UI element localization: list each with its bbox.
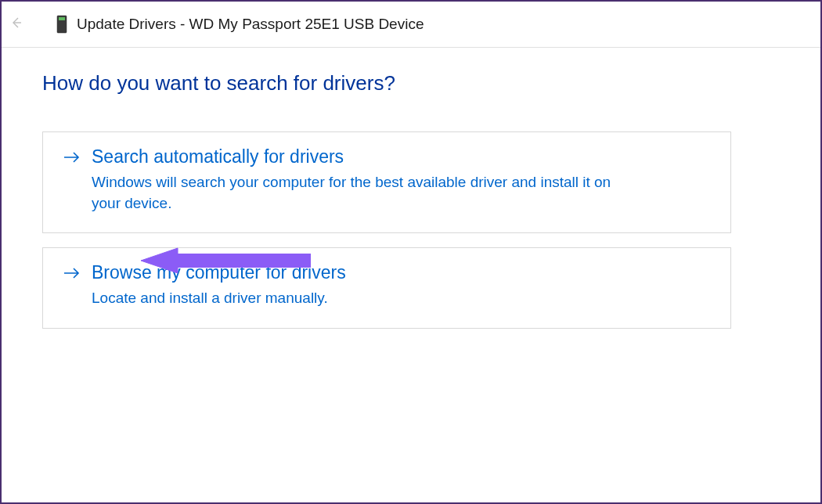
dialog-title: Update Drivers - WD My Passport 25E1 USB… — [77, 16, 424, 33]
option-browse-computer[interactable]: Browse my computer for drivers Locate an… — [42, 247, 731, 329]
svg-rect-1 — [59, 17, 65, 20]
dialog-content: How do you want to search for drivers? S… — [2, 48, 820, 366]
option-description: Locate and install a driver manually. — [92, 288, 640, 309]
option-title: Search automatically for drivers — [92, 146, 715, 167]
dialog-header: Update Drivers - WD My Passport 25E1 USB… — [2, 2, 820, 48]
option-text-container: Search automatically for drivers Windows… — [92, 146, 715, 214]
back-arrow-icon[interactable] — [6, 16, 25, 33]
page-heading: How do you want to search for drivers? — [42, 71, 780, 95]
option-description: Windows will search your computer for th… — [92, 172, 640, 214]
option-title: Browse my computer for drivers — [92, 262, 715, 283]
arrow-right-icon — [63, 150, 81, 168]
arrow-right-icon — [63, 266, 81, 284]
option-text-container: Browse my computer for drivers Locate an… — [92, 262, 715, 309]
device-icon — [55, 14, 69, 34]
option-search-automatically[interactable]: Search automatically for drivers Windows… — [42, 131, 731, 233]
